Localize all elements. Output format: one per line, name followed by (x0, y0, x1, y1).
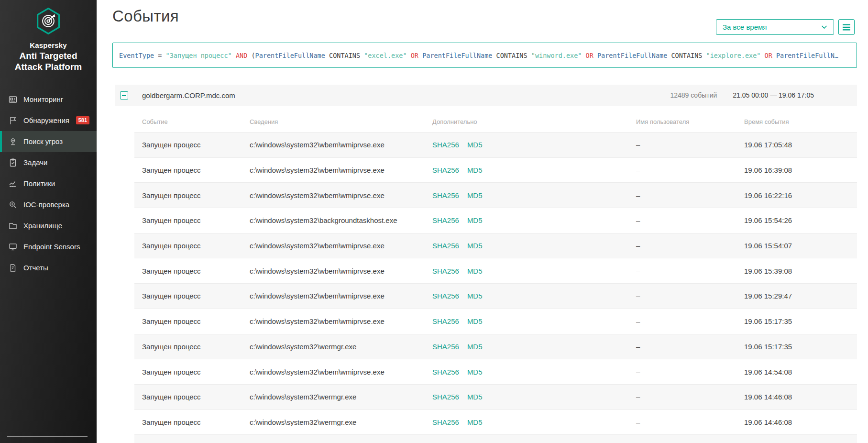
query-token-op: CONTAINS (671, 52, 702, 59)
time-filter-dropdown[interactable]: За все время (716, 19, 834, 35)
md5-link[interactable]: MD5 (467, 141, 483, 149)
user-cell: – (636, 267, 744, 275)
details-cell: c:\windows\system32\backgroundtaskhost.e… (250, 216, 432, 224)
table-row[interactable]: Запущен процессc:\windows\system32\backg… (134, 208, 857, 233)
sha256-link[interactable]: SHA256 (432, 191, 459, 199)
time-cell: 19.06 15:29:47 (744, 292, 857, 300)
sha256-link[interactable]: SHA256 (432, 368, 459, 376)
sha256-link[interactable]: SHA256 (432, 141, 459, 149)
query-token-op: CONTAINS (496, 52, 527, 59)
sidebar-item-endpoint-sensors[interactable]: Endpoint Sensors (0, 236, 97, 257)
sidebar-item-label: Endpoint Sensors (23, 243, 80, 251)
user-cell: – (636, 141, 744, 149)
query-token-field: ParentFileFullName (255, 52, 325, 59)
column-header: Дополнительно (432, 118, 636, 125)
storage-icon (8, 221, 18, 231)
sha256-link[interactable]: SHA256 (432, 166, 459, 174)
additional-cell: SHA256MD5 (432, 166, 636, 174)
table-row[interactable]: Запущен процессc:\windows\system32\wbem\… (134, 258, 857, 284)
md5-link[interactable]: MD5 (467, 393, 483, 401)
collapse-minus-icon[interactable] (120, 91, 128, 100)
sidebar-item-detections[interactable]: Обнаружения581 (0, 110, 97, 131)
sidebar-item-storage[interactable]: Хранилище (0, 215, 97, 236)
table-row[interactable]: Запущен процессc:\windows\system32\wbem\… (134, 183, 857, 208)
group-host: goldbergarm.CORP.mdc.com (142, 91, 235, 100)
query-token-keyword: AND (236, 52, 247, 59)
header-controls: За все время (716, 19, 855, 35)
time-cell: 19.06 15:17:35 (744, 317, 857, 325)
sidebar-scrollbar[interactable] (7, 436, 88, 437)
md5-link[interactable]: MD5 (467, 267, 483, 275)
time-cell: 19.06 14:54:08 (744, 368, 857, 376)
query-token-field: ParentFileFullName (597, 52, 667, 59)
md5-link[interactable]: MD5 (467, 242, 483, 250)
sidebar-item-threat-hunting[interactable]: Поиск угроз (0, 131, 97, 152)
time-cell: 19.06 14:46:08 (744, 393, 857, 401)
brand-product: Anti Targeted Attack Platform (0, 51, 97, 73)
md5-link[interactable]: MD5 (467, 166, 483, 174)
user-cell: – (636, 191, 744, 199)
md5-link[interactable]: MD5 (467, 216, 483, 224)
details-cell: c:\windows\system32\wbem\wmiprvse.exe (250, 368, 432, 376)
md5-link[interactable]: MD5 (467, 368, 483, 376)
details-cell: c:\windows\system32\wermgr.exe (250, 418, 432, 426)
table-body: Запущен процессc:\windows\system32\wbem\… (134, 133, 857, 443)
table-row[interactable]: Запущен процессc:\windows\system32\wermg… (134, 334, 857, 360)
table-row[interactable]: Запущен процессc:\windows\system32\wbem\… (134, 233, 857, 259)
sha256-link[interactable]: SHA256 (432, 393, 459, 401)
sha256-link[interactable]: SHA256 (432, 418, 459, 426)
sha256-link[interactable]: SHA256 (432, 216, 459, 224)
query-token-op: CONTAINS (329, 52, 360, 59)
sidebar-item-ioc-check[interactable]: IOC-проверка (0, 194, 97, 215)
additional-cell: SHA256MD5 (432, 267, 636, 275)
md5-link[interactable]: MD5 (467, 191, 483, 199)
table-row[interactable]: Запущен процессc:\windows\system32\wbem\… (134, 133, 857, 158)
group-time-range: 21.05 00:00 — 19.06 17:05 (733, 91, 814, 99)
md5-link[interactable]: MD5 (467, 343, 483, 351)
additional-cell: SHA256MD5 (432, 242, 636, 250)
table-row[interactable]: Запущен процессc:\windows\system32\wbem\… (134, 284, 857, 309)
sidebar-item-tasks[interactable]: Задачи (0, 152, 97, 173)
md5-link[interactable]: MD5 (467, 317, 483, 325)
kaspersky-logo: Kaspersky Anti Targeted Attack Platform (0, 0, 97, 73)
user-cell: – (636, 317, 744, 325)
sidebar-item-monitoring[interactable]: Мониторинг (0, 89, 97, 110)
table-row[interactable]: Запущен процессc:\windows\system32\wbem\… (134, 158, 857, 183)
sidebar: Kaspersky Anti Targeted Attack Platform … (0, 0, 97, 443)
user-cell: – (636, 343, 744, 351)
event-type-cell: Запущен процесс (142, 267, 250, 275)
sha256-link[interactable]: SHA256 (432, 292, 459, 300)
table-settings-button[interactable] (838, 19, 855, 35)
additional-cell: SHA256MD5 (432, 368, 636, 376)
detections-count-badge: 581 (76, 116, 89, 124)
sidebar-item-label: Отчеты (23, 264, 48, 272)
query-token-string: "winword.exe" (531, 52, 582, 59)
event-type-cell: Запущен процесс (142, 393, 250, 401)
query-token-paren: ( (251, 52, 255, 59)
table-row[interactable]: Запущен процессc:\windows\system32\wbem\… (134, 435, 857, 443)
md5-link[interactable]: MD5 (467, 292, 483, 300)
additional-cell: SHA256MD5 (432, 216, 636, 224)
table-row[interactable]: Запущен процессc:\windows\system32\wermg… (134, 410, 857, 435)
time-cell: 19.06 16:22:16 (744, 191, 857, 199)
sha256-link[interactable]: SHA256 (432, 267, 459, 275)
table-row[interactable]: Запущен процессc:\windows\system32\wermg… (134, 385, 857, 410)
table-row[interactable]: Запущен процессc:\windows\system32\wbem\… (134, 309, 857, 334)
time-cell: 19.06 15:54:07 (744, 242, 857, 250)
details-cell: c:\windows\system32\wbem\wmiprvse.exe (250, 191, 432, 199)
table-row[interactable]: Запущен процессc:\windows\system32\wbem\… (134, 359, 857, 385)
sha256-link[interactable]: SHA256 (432, 317, 459, 325)
sidebar-item-reports[interactable]: Отчеты (0, 257, 97, 278)
sha256-link[interactable]: SHA256 (432, 242, 459, 250)
details-cell: c:\windows\system32\wbem\wmiprvse.exe (250, 141, 432, 149)
md5-link[interactable]: MD5 (467, 418, 483, 426)
sha256-link[interactable]: SHA256 (432, 343, 459, 351)
query-input[interactable]: EventType = "Запущен процесс" AND (Paren… (112, 43, 857, 68)
event-type-cell: Запущен процесс (142, 191, 250, 199)
additional-cell: SHA256MD5 (432, 393, 636, 401)
sidebar-item-label: Политики (23, 179, 55, 188)
time-cell: 19.06 16:39:08 (744, 166, 857, 174)
event-type-cell: Запущен процесс (142, 166, 250, 174)
sidebar-item-policies[interactable]: Политики (0, 173, 97, 194)
time-filter-value: За все время (723, 23, 767, 31)
